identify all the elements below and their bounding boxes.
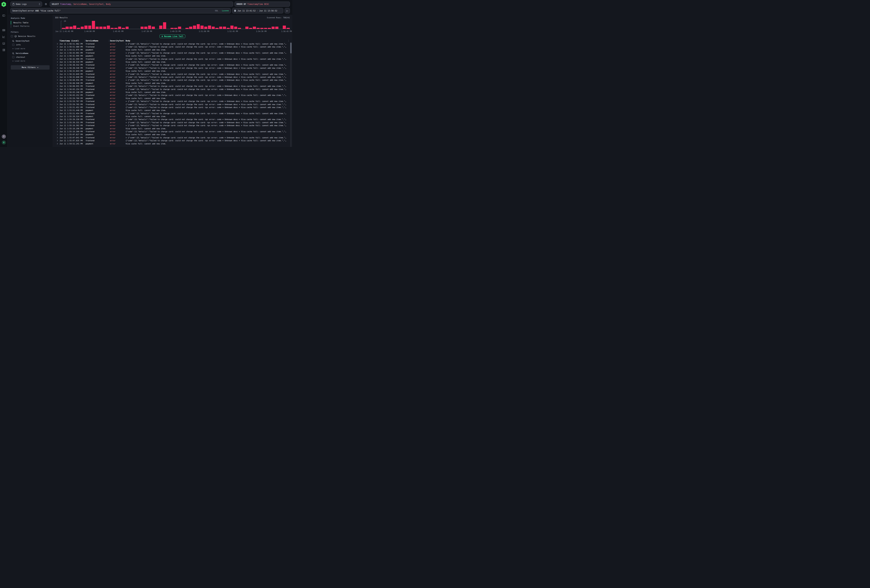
log-row[interactable]: Jun 11 1:55:39.330 PMfrontenderror{"code…	[55, 118, 290, 121]
expand-chevron-icon[interactable]	[55, 61, 60, 63]
expand-chevron-icon[interactable]	[55, 140, 60, 141]
log-row[interactable]: Jun 11 1:55:07.827 PMpaymenterrorVisa ca…	[55, 133, 290, 136]
log-row[interactable]: Jun 11 1:56:08.948 PMpaymenterrorVisa ca…	[55, 82, 290, 85]
source-settings-gear-icon[interactable]: ⚙	[43, 1, 48, 7]
histogram-bar[interactable]	[96, 27, 99, 29]
col-servicename[interactable]: ServiceName	[86, 40, 108, 42]
log-row[interactable]: Jun 11 1:55:51.454 PMfrontenderror× {"co…	[55, 112, 290, 115]
table-scrollbar-thumb[interactable]	[290, 43, 292, 54]
log-row[interactable]: Jun 11 1:56:38.534 PMpaymenterrorVisa ca…	[55, 60, 290, 63]
expand-chevron-icon[interactable]	[55, 94, 60, 96]
run-query-button[interactable]: ▷	[285, 8, 290, 13]
expand-chevron-icon[interactable]	[55, 49, 60, 51]
log-row[interactable]: Jun 11 1:55:51.448 PMpaymenterrorVisa ca…	[55, 109, 290, 112]
mode-lucene[interactable]: Lucene	[222, 10, 229, 12]
expand-chevron-icon[interactable]	[55, 119, 60, 120]
histogram-bar[interactable]	[204, 27, 207, 29]
col-body[interactable]: Body	[126, 40, 287, 42]
expand-chevron-icon[interactable]	[55, 122, 60, 124]
expand-chevron-icon[interactable]	[55, 76, 60, 78]
log-row[interactable]: Jun 11 1:56:03.254 PMfrontenderror× {"co…	[55, 88, 290, 91]
expand-chevron-icon[interactable]	[55, 100, 60, 102]
load-more-servicename[interactable]: Load more	[12, 60, 49, 62]
histogram-bar[interactable]	[81, 27, 84, 29]
facet-option-info[interactable]: info	[12, 44, 49, 46]
user-avatar[interactable]: U	[2, 140, 6, 144]
log-row[interactable]: Jun 11 1:56:42.999 PMfrontenderror{"code…	[55, 57, 290, 60]
histogram-bar[interactable]	[73, 25, 76, 29]
log-row[interactable]: Jun 11 1:55:16.300 PMfrontenderror{"code…	[55, 130, 290, 133]
expand-chevron-icon[interactable]	[55, 55, 60, 57]
search-logs-icon[interactable]	[2, 28, 6, 32]
log-row[interactable]: Jun 11 1:55:59.767 PMfrontenderror× {"co…	[55, 100, 290, 103]
log-row[interactable]: Jun 11 1:55:39.324 PMpaymenterrorVisa ca…	[55, 115, 290, 118]
log-row[interactable]: Jun 11 1:55:59.765 PMfrontenderror{"code…	[55, 103, 290, 106]
expand-chevron-icon[interactable]	[55, 73, 60, 75]
more-filters-button[interactable]: More filters	[11, 65, 49, 70]
expand-chevron-icon[interactable]	[55, 113, 60, 114]
select-clause-input[interactable]: SELECT Timestamp, ServiceName, SeverityT…	[50, 1, 233, 7]
expand-chevron-icon[interactable]	[55, 109, 60, 111]
histogram-bar[interactable]	[118, 27, 121, 29]
histogram-bar[interactable]	[103, 27, 106, 29]
log-row[interactable]: Jun 11 1:56:08.955 PMfrontenderror{"code…	[55, 85, 290, 88]
checkout-checkbox[interactable]	[12, 56, 15, 58]
expand-chevron-icon[interactable]	[55, 116, 60, 117]
expand-chevron-icon[interactable]	[55, 97, 60, 99]
histogram-bar[interactable]	[92, 21, 95, 29]
dashboards-icon[interactable]	[2, 48, 6, 52]
expand-chevron-icon[interactable]	[55, 85, 60, 87]
histogram-bar[interactable]	[152, 27, 155, 29]
histogram-bar[interactable]	[193, 25, 196, 29]
histogram-bar[interactable]	[230, 25, 234, 29]
help-button[interactable]: ?	[2, 134, 6, 138]
log-row[interactable]: Jun 11 1:56:32.843 PMpaymenterrorVisa ca…	[55, 70, 290, 73]
histogram-bar[interactable]	[189, 27, 192, 29]
histogram-bar[interactable]	[200, 25, 204, 29]
load-more-severitytext[interactable]: Load more	[12, 48, 49, 50]
results-histogram[interactable]: 24 0 Jun 11 1:41:45 PM1:44:00 PM1:45:45 …	[55, 21, 290, 33]
expand-chevron-icon[interactable]	[55, 131, 60, 132]
histogram-bar[interactable]	[283, 25, 286, 29]
log-row[interactable]: Jun 11 1:56:38.540 PMfrontenderror{"code…	[55, 67, 290, 69]
table-scrollbar[interactable]	[290, 42, 292, 147]
log-row[interactable]: Jun 11 1:56:38.542 PMfrontenderror× {"co…	[55, 64, 290, 67]
histogram-bar[interactable]	[272, 27, 275, 29]
histogram-bar[interactable]	[99, 27, 103, 29]
log-row[interactable]: Jun 11 1:56:03.252 PMfrontenderror{"code…	[55, 94, 290, 97]
histogram-bar[interactable]	[141, 27, 144, 29]
expand-chevron-icon[interactable]	[55, 137, 60, 138]
histogram-bar[interactable]	[69, 27, 73, 29]
search-query-input[interactable]: SeverityText:error AND "Visa cache full"…	[10, 8, 231, 13]
log-row[interactable]: Jun 11 1:56:51.980 PMfrontenderror{"code…	[55, 45, 290, 48]
log-row[interactable]: Jun 11 1:55:07.835 PMfrontenderror{"code…	[55, 139, 290, 142]
histogram-bar[interactable]	[234, 27, 237, 29]
histogram-bar[interactable]	[107, 25, 110, 29]
chart-explorer-icon[interactable]	[2, 35, 6, 39]
histogram-bar[interactable]	[66, 27, 69, 29]
histogram-bar[interactable]	[223, 27, 226, 29]
log-row[interactable]: Jun 11 1:55:16.302 PMfrontenderror× {"co…	[55, 124, 290, 127]
expand-chevron-icon[interactable]	[55, 52, 60, 54]
mode-results-table[interactable]: Results Table	[11, 21, 49, 24]
expand-chevron-icon[interactable]	[55, 125, 60, 126]
histogram-bar[interactable]	[126, 27, 129, 29]
histogram-bar[interactable]	[159, 25, 162, 29]
log-row[interactable]: Jun 11 1:55:51.452 PMfrontenderror{"code…	[55, 106, 290, 109]
denoise-results-toggle[interactable]: Denoise Results	[11, 35, 49, 37]
log-row[interactable]: Jun 11 1:55:16.296 PMpaymenterrorVisa ca…	[55, 127, 290, 130]
column-resize-handle[interactable]	[125, 40, 125, 42]
expand-chevron-icon[interactable]	[55, 91, 60, 93]
table-options-icon[interactable]	[288, 40, 289, 42]
histogram-bar[interactable]	[212, 27, 215, 29]
expand-chevron-icon[interactable]	[55, 67, 60, 69]
col-timestamp[interactable]: Timestamp (Local)	[60, 40, 84, 42]
histogram-bar[interactable]	[163, 22, 166, 29]
histogram-bar[interactable]	[275, 27, 279, 29]
facet-option-checkout[interactable]: checkout	[12, 56, 49, 58]
histogram-bar[interactable]	[88, 25, 91, 29]
log-row[interactable]: Jun 11 1:55:07.841 PMfrontenderror× {"co…	[55, 136, 290, 139]
expand-chevron-icon[interactable]	[55, 46, 60, 48]
histogram-bar[interactable]	[84, 25, 88, 29]
log-row[interactable]: Jun 11 1:54:52.241 PMpaymenterrorVisa ca…	[55, 142, 290, 145]
